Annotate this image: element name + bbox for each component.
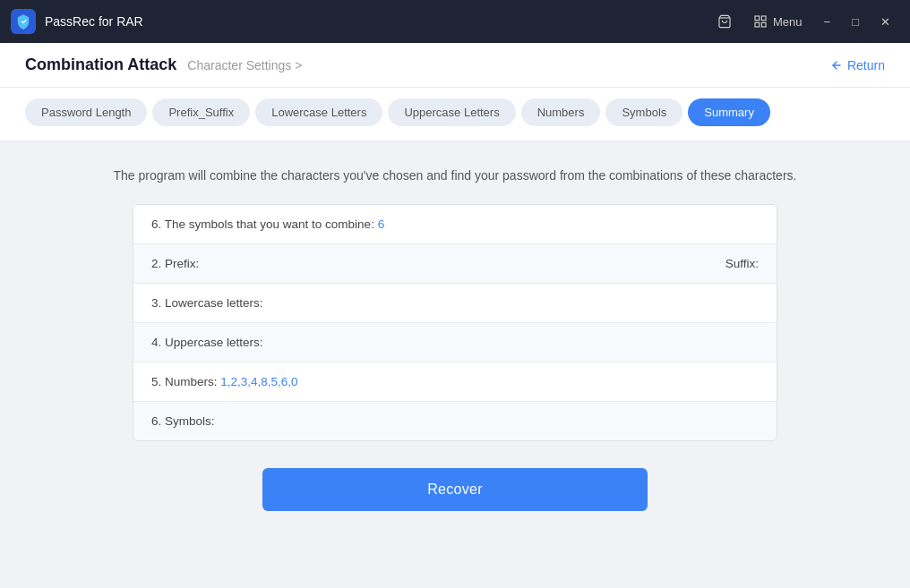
svg-rect-4 bbox=[761, 22, 766, 27]
table-row: 6. Symbols: bbox=[133, 402, 777, 440]
menu-label: Menu bbox=[773, 15, 803, 29]
row-label-numbers: 5. Numbers: 1,2,3,4,8,5,6,0 bbox=[151, 375, 759, 388]
breadcrumb-main: Combination Attack bbox=[25, 55, 176, 74]
table-row: 5. Numbers: 1,2,3,4,8,5,6,0 bbox=[133, 362, 777, 402]
breadcrumb-sub: Character Settings > bbox=[187, 58, 302, 72]
minimize-button[interactable]: − bbox=[815, 10, 840, 34]
breadcrumb: Combination Attack Character Settings > bbox=[25, 55, 302, 74]
svg-rect-1 bbox=[755, 16, 760, 21]
tab-prefix-suffix[interactable]: Prefix_Suffix bbox=[152, 98, 250, 126]
return-label: Return bbox=[847, 58, 885, 72]
tab-lowercase-letters[interactable]: Lowercase Letters bbox=[255, 98, 382, 126]
table-row: 6. The symbols that you want to combine:… bbox=[133, 205, 777, 244]
table-row: 2. Prefix: Suffix: bbox=[133, 244, 777, 284]
maximize-button[interactable]: □ bbox=[843, 10, 868, 34]
symbols-combine-value: 6 bbox=[378, 217, 385, 231]
tab-uppercase-letters[interactable]: Uppercase Letters bbox=[388, 98, 515, 126]
row-label-symbols-combine: 6. The symbols that you want to combine:… bbox=[151, 217, 759, 231]
close-button[interactable]: ✕ bbox=[871, 10, 899, 34]
tab-numbers[interactable]: Numbers bbox=[521, 98, 601, 126]
tabs-container: Password Length Prefix_Suffix Lowercase … bbox=[0, 88, 910, 141]
svg-rect-3 bbox=[755, 22, 760, 27]
return-button[interactable]: Return bbox=[828, 58, 885, 72]
row-label-uppercase: 4. Uppercase letters: bbox=[151, 336, 759, 349]
app-logo bbox=[11, 9, 36, 34]
row-suffix-label: Suffix: bbox=[725, 257, 759, 270]
row-label-symbols: 6. Symbols: bbox=[151, 414, 759, 428]
description-text: The program will combine the characters … bbox=[114, 168, 797, 183]
numbers-value: 1,2,3,4,8,5,6,0 bbox=[220, 375, 297, 388]
header-bar: Combination Attack Character Settings > … bbox=[0, 43, 910, 88]
svg-rect-2 bbox=[761, 16, 766, 21]
window-controls: Menu − □ ✕ bbox=[708, 9, 899, 34]
main-content: Combination Attack Character Settings > … bbox=[0, 43, 910, 588]
row-label-lowercase: 3. Lowercase letters: bbox=[151, 296, 759, 310]
content-area: The program will combine the characters … bbox=[0, 141, 910, 588]
summary-table: 6. The symbols that you want to combine:… bbox=[133, 204, 777, 441]
table-row: 3. Lowercase letters: bbox=[133, 284, 777, 323]
table-row: 4. Uppercase letters: bbox=[133, 323, 777, 362]
tab-password-length[interactable]: Password Length bbox=[25, 98, 147, 126]
app-title: PassRec for RAR bbox=[45, 14, 708, 29]
tab-summary[interactable]: Summary bbox=[688, 98, 770, 126]
recover-button[interactable]: Recover bbox=[262, 468, 648, 511]
menu-button[interactable]: Menu bbox=[744, 9, 811, 34]
row-label-prefix: 2. Prefix: bbox=[151, 257, 546, 270]
titlebar: PassRec for RAR Menu − □ ✕ bbox=[0, 0, 910, 43]
tab-symbols[interactable]: Symbols bbox=[605, 98, 682, 126]
cart-button[interactable] bbox=[708, 9, 741, 34]
